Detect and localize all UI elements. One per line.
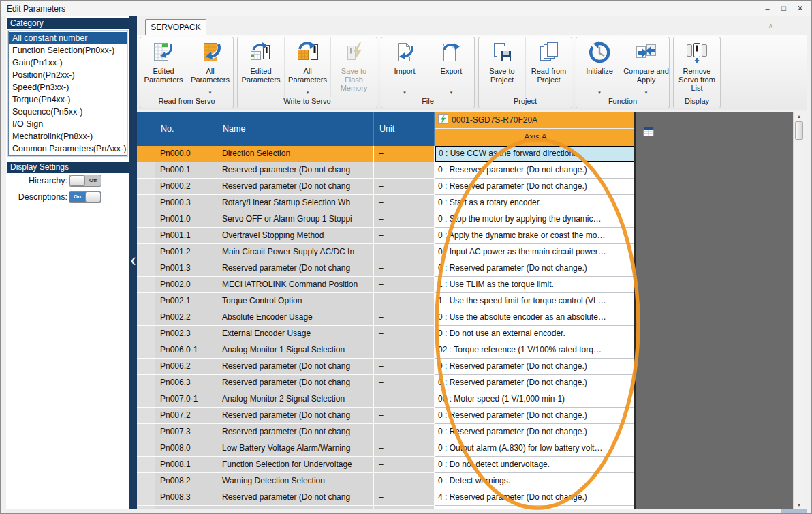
row-value[interactable]: 00 : Motor speed (1 V/1,000 min-1) <box>435 391 636 408</box>
row-selector[interactable] <box>137 228 155 244</box>
hierarchy-toggle[interactable]: Off <box>69 175 102 187</box>
row-selector[interactable] <box>137 277 155 293</box>
dropdown-arrow-icon[interactable]: ▾ <box>598 90 601 97</box>
ribbon-button-all-parameters[interactable]: All Parameters▾ <box>187 37 233 97</box>
ribbon-button-read-from-project[interactable]: Read from Project <box>525 37 572 97</box>
table-row[interactable]: Pn007.3 Reserved parameter (Do not chang… <box>137 424 636 440</box>
row-value[interactable]: 0 : Reserved parameter (Do not change.) <box>435 179 636 195</box>
row-value[interactable]: 0 : Input AC power as the main circuit p… <box>435 244 636 260</box>
table-row[interactable]: Pn007.0-1 Analog Monitor 2 Signal Select… <box>137 391 636 408</box>
row-value[interactable]: 1 : Use TLIM as the torque limit. <box>435 277 636 293</box>
ribbon-button-all-parameters[interactable]: All Parameters▾ <box>284 37 330 97</box>
sidebar-item-speed-pn3xx[interactable]: Speed(Pn3xx-) <box>9 81 127 93</box>
row-value[interactable]: 0 : Use CCW as the forward direction. <box>435 146 636 162</box>
table-row[interactable]: Pn001.3 Reserved parameter (Do not chang… <box>137 260 636 277</box>
ribbon-button-remove-servo-from-list[interactable]: Remove Servo from List <box>674 37 720 97</box>
row-selector[interactable] <box>137 162 155 179</box>
row-value[interactable]: 0 : Apply the dynamic brake or coast the… <box>435 228 636 244</box>
table-row[interactable]: Pn000.1 Reserved parameter (Do not chang… <box>137 162 636 179</box>
ribbon-button-initialize[interactable]: Initialize▾ <box>576 37 623 97</box>
row-selector[interactable] <box>137 293 155 309</box>
row-value[interactable]: 0 : Use the absolute encoder as an absol… <box>435 309 636 326</box>
tab-servopack[interactable]: SERVOPACK <box>145 19 206 35</box>
row-selector[interactable] <box>137 440 155 457</box>
dropdown-arrow-icon[interactable]: ▾ <box>307 90 309 97</box>
row-value[interactable]: 0 : Reserved parameter (Do not change.) <box>435 424 636 440</box>
table-row[interactable]: Pn006.2 Reserved parameter (Do not chang… <box>137 359 636 375</box>
ribbon-button-edited-parameters[interactable]: Edited Parameters <box>140 37 187 97</box>
sidebar-item-sequence-pn5xx[interactable]: Sequence(Pn5xx-) <box>9 106 127 118</box>
row-selector[interactable] <box>137 342 155 359</box>
table-row[interactable]: Pn002.3 External Encoder Usage – 0 : Do … <box>137 326 636 342</box>
row-selector[interactable] <box>137 457 155 473</box>
row-selector[interactable] <box>137 211 155 228</box>
dropdown-arrow-icon[interactable]: ▾ <box>645 90 648 97</box>
row-selector[interactable] <box>137 391 155 408</box>
row-value[interactable]: 4 : Reserved parameter (Do not change.) <box>435 489 636 506</box>
row-selector[interactable] <box>137 375 155 391</box>
maximize-button[interactable]: □ <box>779 3 789 14</box>
row-value[interactable]: 1 : Use the speed limit for torque contr… <box>435 293 636 309</box>
descriptions-toggle[interactable]: On <box>69 191 102 203</box>
row-selector[interactable] <box>137 473 155 489</box>
table-row[interactable]: Pn007.2 Reserved parameter (Do not chang… <box>137 408 636 424</box>
table-row[interactable]: Pn006.0-1 Analog Monitor 1 Signal Select… <box>137 342 636 359</box>
row-value[interactable]: 0 : Stop the motor by applying the dynam… <box>435 211 636 228</box>
collapse-sidebar-icon[interactable]: ❮ <box>129 256 137 265</box>
row-selector[interactable] <box>137 408 155 424</box>
ribbon-button-import[interactable]: Import▾ <box>381 37 428 97</box>
table-row[interactable]: Pn008.0 Low Battery Voltage Alarm/Warnin… <box>137 440 636 457</box>
table-row[interactable]: Pn000.3 Rotary/Linear Startup Selection … <box>137 195 636 211</box>
sidebar-item-mechatrolink-pn8xx[interactable]: Mechatrolink(Pn8xx-) <box>9 130 127 142</box>
row-selector[interactable] <box>137 326 155 342</box>
add-servo-table-icon[interactable] <box>643 126 654 137</box>
row-value[interactable]: 02 : Torque reference (1 V/100% rated to… <box>435 342 636 359</box>
row-value[interactable]: 0 : Start as a rotary encoder. <box>435 195 636 211</box>
row-value[interactable]: 0 : Do not use an external encoder. <box>435 326 636 342</box>
sidebar-item-common-parameters-pnaxx[interactable]: Common Parameters(PnAxx-) <box>9 142 127 155</box>
table-row[interactable]: Pn000.2 Reserved parameter (Do not chang… <box>137 179 636 195</box>
row-selector[interactable] <box>137 489 155 506</box>
table-row[interactable]: Pn008.2 Warning Detection Selection – 0 … <box>137 473 636 489</box>
scroll-down-icon[interactable]: ▼ <box>794 502 805 507</box>
dropdown-arrow-icon[interactable]: ▾ <box>450 90 453 97</box>
sidebar-item-position-pn2xx[interactable]: Position(Pn2xx-) <box>9 69 127 81</box>
ribbon-button-export[interactable]: Export▾ <box>428 37 474 97</box>
table-row[interactable]: Pn008.3 Reserved parameter (Do not chang… <box>137 489 636 506</box>
row-value[interactable]: 0 : Output alarm (A.830) for low battery… <box>435 440 636 457</box>
row-selector[interactable] <box>137 359 155 375</box>
sidebar-item-all-constant-number[interactable]: All constant number <box>9 32 127 44</box>
row-selector[interactable] <box>137 424 155 440</box>
row-selector[interactable] <box>137 179 155 195</box>
vertical-scrollbar-thumb[interactable] <box>795 121 803 140</box>
row-selector[interactable] <box>137 195 155 211</box>
dropdown-arrow-icon[interactable]: ▾ <box>209 90 212 97</box>
row-selector[interactable] <box>137 244 155 260</box>
vertical-scrollbar[interactable]: ▲ ▼ <box>793 112 805 509</box>
servo-device-header[interactable]: 0001-SGD7S-R70F20A <box>435 112 636 129</box>
horizontal-scrollbar-thumb[interactable] <box>781 509 807 513</box>
row-value[interactable]: 0 : Detect warnings. <box>435 473 636 489</box>
scroll-up-icon[interactable]: ▲ <box>794 114 805 119</box>
ribbon-button-edited-parameters[interactable]: Edited Parameters <box>238 37 284 97</box>
table-row[interactable]: Pn001.1 Overtravel Stopping Method – 0 :… <box>137 228 636 244</box>
table-row[interactable]: Pn008.1 Function Selection for Undervolt… <box>137 457 636 473</box>
row-value[interactable]: 0 : Reserved parameter (Do not change.) <box>435 359 636 375</box>
row-value[interactable]: 0 : Reserved parameter (Do not change.) <box>435 408 636 424</box>
table-row[interactable]: Pn001.0 Servo OFF or Alarm Group 1 Stopp… <box>137 211 636 228</box>
sidebar-item-gain-pn1xx[interactable]: Gain(Pn1xx-) <box>9 57 127 69</box>
table-row[interactable]: Pn002.1 Torque Control Option – 1 : Use … <box>137 293 636 309</box>
row-selector[interactable] <box>137 146 155 162</box>
sidebar-item-function-selection-pn0xx[interactable]: Function Selection(Pn0xx-) <box>9 44 127 57</box>
row-selector[interactable] <box>137 260 155 277</box>
row-value[interactable]: 0 : Reserved parameter (Do not change.) <box>435 162 636 179</box>
row-value[interactable]: 0 : Reserved parameter (Do not change.) <box>435 375 636 391</box>
ribbon-button-save-to-project[interactable]: Save to Project <box>479 37 525 97</box>
minimize-button[interactable]: – <box>762 3 772 14</box>
collapse-ribbon-icon[interactable]: ∧ <box>768 22 773 29</box>
sidebar-item-i-o-sign[interactable]: I/O Sign <box>9 118 127 130</box>
table-row[interactable]: Pn002.2 Absolute Encoder Usage – 0 : Use… <box>137 309 636 326</box>
table-row[interactable]: Pn006.3 Reserved parameter (Do not chang… <box>137 375 636 391</box>
close-button[interactable]: ✕ <box>795 3 805 14</box>
servo-axis-header[interactable]: Axis A <box>435 129 636 146</box>
